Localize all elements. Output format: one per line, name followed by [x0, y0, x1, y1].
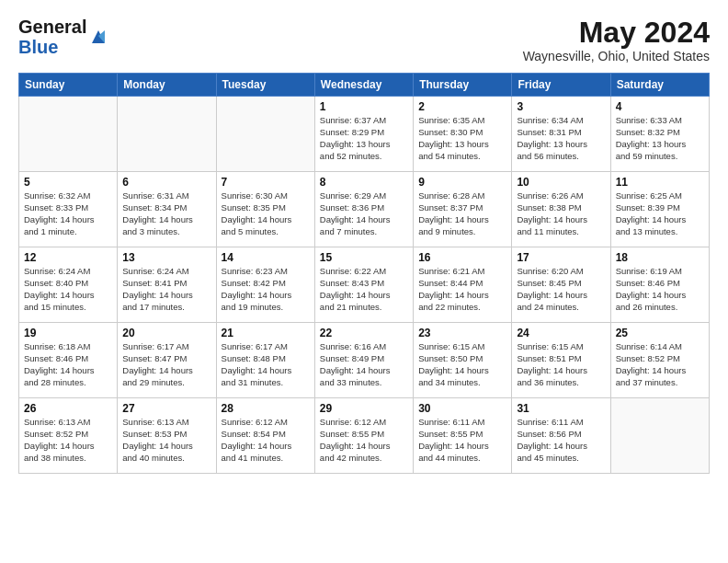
calendar-cell: 1Sunrise: 6:37 AMSunset: 8:29 PMDaylight… — [314, 97, 413, 172]
calendar-cell: 17Sunrise: 6:20 AMSunset: 8:45 PMDayligh… — [512, 247, 610, 323]
calendar-week-row: 26Sunrise: 6:13 AMSunset: 8:52 PMDayligh… — [19, 398, 710, 474]
day-info: Sunrise: 6:12 AMSunset: 8:55 PMDaylight:… — [320, 417, 408, 464]
calendar-cell: 16Sunrise: 6:21 AMSunset: 8:44 PMDayligh… — [414, 247, 512, 323]
day-number: 30 — [418, 402, 506, 415]
day-info: Sunrise: 6:31 AMSunset: 8:34 PMDaylight:… — [122, 190, 210, 237]
calendar-week-row: 12Sunrise: 6:24 AMSunset: 8:40 PMDayligh… — [19, 247, 710, 323]
day-number: 8 — [320, 176, 408, 189]
day-info: Sunrise: 6:26 AMSunset: 8:38 PMDaylight:… — [517, 190, 605, 237]
day-number: 15 — [320, 251, 408, 264]
calendar-cell: 24Sunrise: 6:15 AMSunset: 8:51 PMDayligh… — [512, 323, 610, 398]
header: General Blue May 2024 Waynesville, Ohio,… — [18, 17, 710, 63]
calendar-cell: 15Sunrise: 6:22 AMSunset: 8:43 PMDayligh… — [314, 247, 413, 323]
calendar-table: SundayMondayTuesdayWednesdayThursdayFrid… — [18, 73, 710, 474]
logo-blue-text: Blue — [18, 37, 58, 57]
day-info: Sunrise: 6:21 AMSunset: 8:44 PMDaylight:… — [418, 266, 506, 313]
calendar-cell: 29Sunrise: 6:12 AMSunset: 8:55 PMDayligh… — [314, 398, 413, 474]
day-number: 3 — [517, 100, 605, 113]
page: General Blue May 2024 Waynesville, Ohio,… — [0, 0, 728, 485]
day-info: Sunrise: 6:23 AMSunset: 8:42 PMDaylight:… — [222, 266, 310, 313]
day-number: 19 — [24, 327, 112, 339]
day-number: 21 — [222, 327, 310, 339]
calendar-week-row: 5Sunrise: 6:32 AMSunset: 8:33 PMDaylight… — [19, 172, 710, 247]
calendar-cell: 22Sunrise: 6:16 AMSunset: 8:49 PMDayligh… — [314, 323, 413, 398]
calendar-cell: 19Sunrise: 6:18 AMSunset: 8:46 PMDayligh… — [19, 323, 118, 398]
day-of-week-header: Thursday — [414, 74, 512, 97]
logo-general-text: General — [18, 17, 86, 37]
calendar-cell: 30Sunrise: 6:11 AMSunset: 8:55 PMDayligh… — [414, 398, 512, 474]
calendar-cell — [118, 97, 216, 172]
logo: General Blue — [18, 17, 108, 57]
day-number: 26 — [24, 402, 112, 415]
title-block: May 2024 Waynesville, Ohio, United State… — [523, 17, 710, 63]
day-info: Sunrise: 6:15 AMSunset: 8:51 PMDaylight:… — [517, 341, 605, 388]
day-of-week-header: Tuesday — [216, 74, 314, 97]
day-number: 28 — [222, 402, 310, 415]
day-number: 18 — [616, 251, 704, 264]
day-info: Sunrise: 6:11 AMSunset: 8:56 PMDaylight:… — [517, 417, 605, 464]
calendar-cell: 28Sunrise: 6:12 AMSunset: 8:54 PMDayligh… — [216, 398, 314, 474]
calendar-cell: 26Sunrise: 6:13 AMSunset: 8:52 PMDayligh… — [19, 398, 118, 474]
day-number: 20 — [122, 327, 210, 339]
day-info: Sunrise: 6:15 AMSunset: 8:50 PMDaylight:… — [418, 341, 506, 388]
day-number: 9 — [418, 176, 506, 189]
calendar-cell: 4Sunrise: 6:33 AMSunset: 8:32 PMDaylight… — [610, 97, 709, 172]
day-info: Sunrise: 6:32 AMSunset: 8:33 PMDaylight:… — [24, 190, 112, 237]
day-number: 24 — [517, 327, 605, 339]
calendar-cell: 10Sunrise: 6:26 AMSunset: 8:38 PMDayligh… — [512, 172, 610, 247]
day-info: Sunrise: 6:14 AMSunset: 8:52 PMDaylight:… — [616, 341, 704, 388]
calendar-cell: 3Sunrise: 6:34 AMSunset: 8:31 PMDaylight… — [512, 97, 610, 172]
day-info: Sunrise: 6:16 AMSunset: 8:49 PMDaylight:… — [320, 341, 408, 388]
day-info: Sunrise: 6:12 AMSunset: 8:54 PMDaylight:… — [222, 417, 310, 464]
day-info: Sunrise: 6:13 AMSunset: 8:52 PMDaylight:… — [24, 417, 112, 464]
day-info: Sunrise: 6:17 AMSunset: 8:48 PMDaylight:… — [222, 341, 310, 388]
day-of-week-header: Sunday — [19, 74, 118, 97]
day-number: 10 — [517, 176, 605, 189]
day-info: Sunrise: 6:11 AMSunset: 8:55 PMDaylight:… — [418, 417, 506, 464]
day-number: 31 — [517, 402, 605, 415]
day-info: Sunrise: 6:13 AMSunset: 8:53 PMDaylight:… — [122, 417, 210, 464]
calendar-cell: 12Sunrise: 6:24 AMSunset: 8:40 PMDayligh… — [19, 247, 118, 323]
calendar-cell: 21Sunrise: 6:17 AMSunset: 8:48 PMDayligh… — [216, 323, 314, 398]
day-info: Sunrise: 6:22 AMSunset: 8:43 PMDaylight:… — [320, 266, 408, 313]
day-info: Sunrise: 6:30 AMSunset: 8:35 PMDaylight:… — [222, 190, 310, 237]
day-number: 17 — [517, 251, 605, 264]
day-info: Sunrise: 6:18 AMSunset: 8:46 PMDaylight:… — [24, 341, 112, 388]
calendar-cell: 11Sunrise: 6:25 AMSunset: 8:39 PMDayligh… — [610, 172, 709, 247]
day-info: Sunrise: 6:19 AMSunset: 8:46 PMDaylight:… — [616, 266, 704, 313]
day-number: 13 — [122, 251, 210, 264]
day-number: 5 — [24, 176, 112, 189]
calendar-cell: 31Sunrise: 6:11 AMSunset: 8:56 PMDayligh… — [512, 398, 610, 474]
day-of-week-header: Saturday — [610, 74, 709, 97]
calendar-cell: 13Sunrise: 6:24 AMSunset: 8:41 PMDayligh… — [118, 247, 216, 323]
day-number: 1 — [320, 100, 408, 113]
calendar-header-row: SundayMondayTuesdayWednesdayThursdayFrid… — [19, 74, 710, 97]
day-of-week-header: Monday — [118, 74, 216, 97]
day-number: 22 — [320, 327, 408, 339]
calendar-cell: 23Sunrise: 6:15 AMSunset: 8:50 PMDayligh… — [414, 323, 512, 398]
day-of-week-header: Friday — [512, 74, 610, 97]
calendar-cell: 9Sunrise: 6:28 AMSunset: 8:37 PMDaylight… — [414, 172, 512, 247]
calendar-cell: 6Sunrise: 6:31 AMSunset: 8:34 PMDaylight… — [118, 172, 216, 247]
month-title: May 2024 — [523, 17, 710, 49]
calendar-cell: 2Sunrise: 6:35 AMSunset: 8:30 PMDaylight… — [414, 97, 512, 172]
calendar-cell — [216, 97, 314, 172]
day-number: 27 — [122, 402, 210, 415]
calendar-cell — [610, 398, 709, 474]
calendar-cell: 18Sunrise: 6:19 AMSunset: 8:46 PMDayligh… — [610, 247, 709, 323]
calendar-cell — [19, 97, 118, 172]
day-number: 25 — [616, 327, 704, 339]
calendar-cell: 7Sunrise: 6:30 AMSunset: 8:35 PMDaylight… — [216, 172, 314, 247]
day-number: 29 — [320, 402, 408, 415]
day-info: Sunrise: 6:37 AMSunset: 8:29 PMDaylight:… — [320, 115, 408, 162]
day-info: Sunrise: 6:20 AMSunset: 8:45 PMDaylight:… — [517, 266, 605, 313]
calendar-cell: 14Sunrise: 6:23 AMSunset: 8:42 PMDayligh… — [216, 247, 314, 323]
day-info: Sunrise: 6:35 AMSunset: 8:30 PMDaylight:… — [418, 115, 506, 162]
day-info: Sunrise: 6:34 AMSunset: 8:31 PMDaylight:… — [517, 115, 605, 162]
day-info: Sunrise: 6:24 AMSunset: 8:41 PMDaylight:… — [122, 266, 210, 313]
day-number: 12 — [24, 251, 112, 264]
location: Waynesville, Ohio, United States — [523, 49, 710, 63]
day-number: 11 — [616, 176, 704, 189]
day-number: 6 — [122, 176, 210, 189]
calendar-cell: 5Sunrise: 6:32 AMSunset: 8:33 PMDaylight… — [19, 172, 118, 247]
